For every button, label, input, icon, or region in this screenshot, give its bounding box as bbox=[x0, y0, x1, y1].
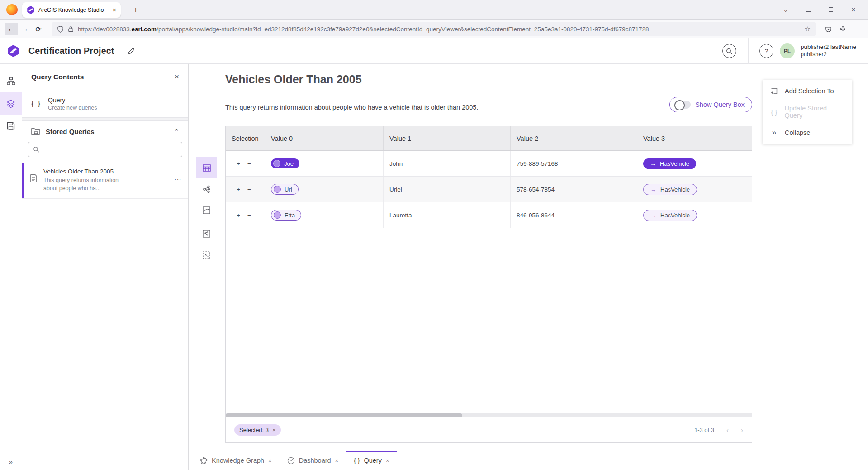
url-text[interactable]: https://dev0028833.esri.com/portal/apps/… bbox=[78, 26, 801, 33]
section-divider bbox=[22, 118, 188, 121]
remove-selection-icon[interactable]: − bbox=[247, 186, 251, 193]
horizontal-scrollbar[interactable] bbox=[226, 413, 752, 417]
item-options-icon[interactable]: … bbox=[174, 173, 182, 192]
next-page-icon[interactable]: › bbox=[741, 426, 743, 434]
chevrons-right-icon: » bbox=[770, 128, 778, 137]
selected-count-chip[interactable]: Selected: 3 × bbox=[234, 424, 281, 436]
cell-value: Uriel bbox=[384, 177, 511, 202]
avatar[interactable]: PL bbox=[780, 43, 795, 58]
tracking-shield-icon[interactable] bbox=[57, 26, 64, 33]
close-tab-icon[interactable]: × bbox=[335, 457, 339, 464]
edit-project-icon[interactable] bbox=[127, 47, 135, 55]
arrow-right-icon: → bbox=[650, 186, 656, 193]
tab-close-icon[interactable]: × bbox=[113, 6, 116, 14]
column-header[interactable]: Selection bbox=[226, 126, 265, 150]
scrollbar-thumb[interactable] bbox=[226, 413, 462, 417]
app-header: Certification Project ? PL publisher2 la… bbox=[0, 38, 868, 64]
clear-selection-icon[interactable]: × bbox=[272, 427, 276, 433]
table-row[interactable]: + − Uri Uriel 578-654-7854 →HasVehicle bbox=[226, 177, 752, 202]
expand-rail-button[interactable]: » bbox=[9, 458, 13, 465]
entity-pill[interactable]: Joe bbox=[271, 158, 299, 168]
tab-knowledge-graph[interactable]: Knowledge Graph × bbox=[192, 451, 280, 470]
user-menu[interactable]: publisher2 lastName publisher2 bbox=[801, 43, 861, 58]
minimize-button[interactable] bbox=[804, 6, 813, 13]
query-title: Vehicles Older Than 2005 bbox=[225, 73, 362, 86]
lock-icon[interactable] bbox=[68, 26, 74, 32]
collapse-section-icon[interactable]: ⌃ bbox=[174, 128, 179, 135]
relationship-pill[interactable]: →HasVehicle bbox=[643, 210, 697, 221]
add-selection-icon[interactable]: + bbox=[237, 186, 240, 193]
panel-close-icon[interactable]: × bbox=[175, 72, 179, 82]
toggle-switch[interactable] bbox=[674, 101, 691, 109]
column-header[interactable]: Value 2 bbox=[511, 126, 637, 150]
extensions-icon[interactable] bbox=[840, 26, 846, 33]
relationship-pill[interactable]: →HasVehicle bbox=[643, 158, 696, 169]
column-header[interactable]: Value 0 bbox=[265, 126, 384, 150]
browser-tab[interactable]: ArcGIS Knowledge Studio × bbox=[22, 2, 121, 18]
cell-value: 846-956-8644 bbox=[511, 202, 637, 228]
toolbar-divider bbox=[200, 222, 213, 222]
remove-selection-icon[interactable]: − bbox=[247, 212, 251, 219]
menu-item-update-stored-query[interactable]: { } Update Stored Query bbox=[763, 101, 852, 122]
table-footer: Selected: 3 × 1-3 of 3 ‹ › bbox=[226, 417, 752, 442]
rail-item-contents[interactable] bbox=[0, 92, 22, 115]
tab-list-chevron-icon[interactable]: ⌄ bbox=[781, 6, 790, 13]
stored-query-description: This query returns information about peo… bbox=[43, 176, 134, 192]
table-view-button[interactable] bbox=[196, 157, 217, 178]
close-tab-icon[interactable]: × bbox=[268, 457, 272, 464]
query-item-subtitle: Create new queries bbox=[48, 105, 97, 111]
close-tab-icon[interactable]: × bbox=[386, 457, 389, 464]
firefox-logo-icon[interactable] bbox=[6, 4, 18, 15]
menu-icon[interactable] bbox=[854, 25, 860, 33]
user-name: publisher2 lastName bbox=[801, 43, 856, 51]
add-selection-icon[interactable]: + bbox=[237, 160, 240, 167]
url-bar[interactable]: https://dev0028833.esri.com/portal/apps/… bbox=[52, 22, 816, 36]
map-view-button[interactable] bbox=[196, 200, 217, 221]
entity-pill[interactable]: Uri bbox=[271, 184, 299, 195]
entity-dot-icon bbox=[274, 211, 281, 219]
stored-query-search[interactable] bbox=[28, 142, 182, 157]
new-query-item[interactable]: { } Query Create new queries bbox=[22, 90, 188, 118]
help-button[interactable]: ? bbox=[759, 44, 773, 58]
column-header[interactable]: Value 1 bbox=[384, 126, 511, 150]
new-tab-button[interactable]: + bbox=[129, 5, 142, 14]
table-row[interactable]: + − Etta Lauretta 846-956-8644 →HasVehic… bbox=[226, 202, 752, 228]
rail-item-data-model[interactable] bbox=[0, 70, 22, 92]
previous-page-icon[interactable]: ‹ bbox=[726, 426, 729, 434]
tab-query[interactable]: { } Query × bbox=[346, 451, 397, 470]
menu-item-collapse[interactable]: » Collapse bbox=[763, 122, 852, 143]
close-window-button[interactable]: × bbox=[849, 6, 858, 14]
add-selection-icon[interactable]: + bbox=[237, 212, 240, 219]
search-icon bbox=[33, 146, 39, 153]
stored-queries-header[interactable]: Stored Queries ⌃ bbox=[22, 121, 188, 142]
toggle-label: Show Query Box bbox=[695, 101, 745, 108]
table-row[interactable]: + − Joe John 759-889-57168 →HasVehicle bbox=[226, 151, 752, 177]
query-viewer: Vehicles Older Than 2005 This query retu… bbox=[189, 64, 868, 470]
menu-item-add-selection-to[interactable]: Add Selection To bbox=[763, 81, 852, 101]
relationship-pill[interactable]: →HasVehicle bbox=[643, 184, 697, 195]
forward-button[interactable]: → bbox=[18, 23, 32, 35]
search-input[interactable] bbox=[43, 146, 177, 153]
reload-button[interactable]: ⟳ bbox=[32, 23, 45, 35]
bookmark-star-icon[interactable]: ☆ bbox=[805, 25, 811, 33]
maximize-button[interactable] bbox=[826, 6, 835, 13]
browser-nav-bar: ← → ⟳ https://dev0028833.esri.com/portal… bbox=[0, 20, 868, 38]
map-icon bbox=[202, 206, 211, 215]
show-query-box-toggle[interactable]: Show Query Box bbox=[669, 97, 752, 112]
search-button[interactable] bbox=[722, 44, 736, 58]
remove-selection-icon[interactable]: − bbox=[247, 160, 251, 167]
rail-item-save[interactable] bbox=[0, 115, 22, 137]
save-to-pocket-icon[interactable] bbox=[825, 26, 832, 33]
stored-query-item[interactable]: Vehicles Older Than 2005 This query retu… bbox=[22, 163, 188, 199]
select-entities-button[interactable] bbox=[196, 245, 217, 266]
view-tab-bar: Knowledge Graph × Dashboard × { } Query … bbox=[189, 451, 868, 470]
back-button[interactable]: ← bbox=[5, 23, 18, 35]
add-to-map-button[interactable] bbox=[196, 223, 217, 245]
entity-dot-icon bbox=[273, 160, 280, 167]
cell-value: 759-889-57168 bbox=[511, 151, 637, 176]
column-header[interactable]: Value 3 bbox=[637, 126, 752, 150]
entity-pill[interactable]: Etta bbox=[271, 210, 301, 221]
query-description: This query returns information about peo… bbox=[225, 104, 478, 111]
tab-dashboard[interactable]: Dashboard × bbox=[280, 451, 346, 470]
link-chart-button[interactable] bbox=[196, 178, 217, 200]
